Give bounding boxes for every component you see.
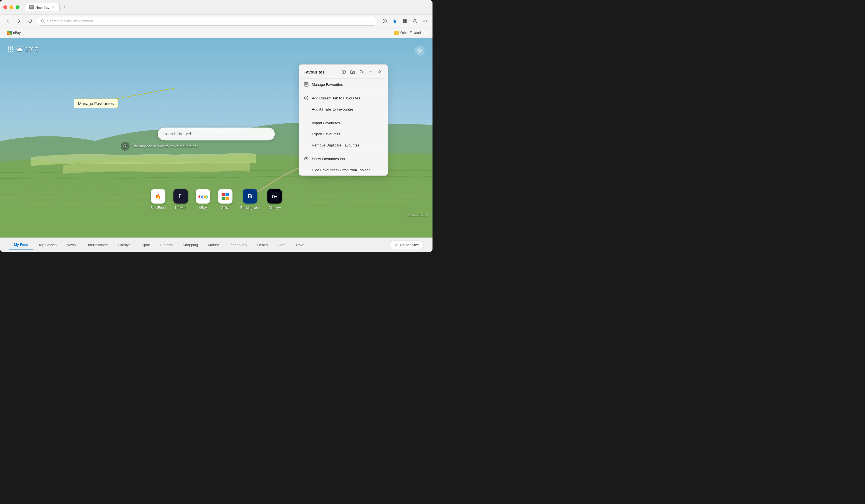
lifewire-icon: L	[173, 189, 188, 203]
search-input[interactable]	[158, 128, 275, 140]
tab-top-stories[interactable]: Top Stories	[33, 241, 61, 249]
tab-bar: New Tab × +	[25, 3, 429, 11]
svg-marker-9	[393, 19, 396, 23]
import-label: Import Favourites	[312, 121, 340, 125]
favourites-bar: eBay Other Favourites	[0, 28, 432, 38]
quick-link-lifewire[interactable]: L Lifewire	[173, 189, 188, 210]
weather-temp: 10°C	[25, 46, 39, 53]
profile-button[interactable]	[410, 17, 419, 26]
favourites-button[interactable]	[390, 17, 399, 26]
personalize-button[interactable]: Personalize	[390, 241, 424, 249]
svg-point-23	[125, 145, 126, 147]
address-bar[interactable]: Search or enter web address	[37, 17, 378, 26]
manage-icon	[303, 82, 309, 87]
toolbar: Search or enter web address	[0, 14, 432, 28]
close-button[interactable]	[3, 5, 7, 9]
forward-button[interactable]	[14, 17, 23, 26]
svg-rect-10	[403, 19, 405, 21]
tab-money[interactable]: Money	[203, 241, 224, 249]
quick-link-disney[interactable]: D+ Disney+	[267, 189, 282, 210]
lifewire-label: Lifewire	[175, 206, 186, 210]
menu-manage-favourites[interactable]: Manage Favourites	[299, 79, 388, 90]
tab-technology[interactable]: Technology	[224, 241, 252, 249]
new-tab-button[interactable]: +	[61, 3, 69, 11]
panel-add-btn[interactable]	[340, 68, 347, 76]
menu-add-all[interactable]: Add All Tabs to Favourites	[299, 104, 388, 115]
section-divider-1	[299, 91, 388, 91]
collections-button[interactable]	[400, 17, 409, 26]
tab-close-button[interactable]: ×	[51, 5, 56, 10]
menu-export[interactable]: Export Favourites	[299, 128, 388, 140]
add-all-icon	[303, 106, 309, 112]
panel-pin-btn[interactable]	[376, 68, 383, 76]
section-divider-3	[299, 152, 388, 152]
tab-entertainment[interactable]: Entertainment	[81, 241, 113, 249]
svg-point-43	[371, 71, 372, 72]
show-bar-icon	[303, 156, 309, 162]
titlebar: New Tab × +	[0, 0, 432, 14]
minimize-button[interactable]	[10, 5, 13, 9]
tab-my-feed[interactable]: My Feed	[9, 240, 33, 249]
buzzfeed-label: BuzzFeed	[150, 206, 165, 210]
menu-add-current[interactable]: Add Current Tab to Favourites	[299, 92, 388, 104]
svg-rect-30	[221, 197, 225, 200]
menu-hide-btn[interactable]: Hide Favourites Button from Toolbar	[299, 164, 388, 175]
add-favourites-button[interactable]	[380, 17, 389, 26]
svg-point-17	[426, 21, 427, 22]
svg-point-53	[306, 158, 307, 160]
traffic-lights	[3, 5, 20, 9]
quote-widget: We may not be able to move mountains...	[121, 142, 199, 151]
tab-lifestyle[interactable]: Lifestyle	[113, 241, 137, 249]
add-all-label: Add All Tabs to Favourites	[312, 107, 354, 112]
apps-grid-icon[interactable]	[8, 47, 13, 52]
back-button[interactable]	[3, 17, 12, 26]
address-text: Search or enter web address	[47, 19, 94, 23]
add-current-icon	[303, 95, 309, 101]
svg-rect-1	[30, 6, 33, 7]
maximize-button[interactable]	[15, 5, 20, 9]
panel-more-btn[interactable]	[367, 68, 374, 76]
svg-rect-29	[226, 193, 229, 196]
tab-esports[interactable]: Esports	[155, 241, 177, 249]
fav-ebay[interactable]: eBay	[4, 30, 23, 36]
active-tab[interactable]: New Tab ×	[25, 3, 60, 11]
ebay-label: eBay	[199, 206, 207, 210]
tab-cars[interactable]: Cars	[273, 241, 290, 249]
quick-link-ebay[interactable]: eBay eBay	[196, 189, 210, 210]
svg-rect-13	[405, 21, 406, 23]
fav-ebay-label: eBay	[13, 31, 21, 35]
quick-link-office[interactable]: Office	[218, 189, 232, 210]
menu-show-bar[interactable]: Show Favourites Bar	[299, 153, 388, 164]
svg-point-41	[368, 71, 369, 72]
tab-sport[interactable]: Sport	[137, 241, 155, 249]
search-icon	[41, 19, 45, 23]
tab-health[interactable]: Health	[252, 241, 273, 249]
svg-point-15	[423, 21, 424, 22]
svg-line-40	[362, 73, 364, 74]
menu-remove-dup[interactable]: Remove Duplicate Favourites	[299, 140, 388, 151]
remove-dup-icon	[303, 142, 309, 148]
tab-shopping[interactable]: Shopping	[177, 241, 203, 249]
panel-search-btn[interactable]	[358, 68, 365, 76]
settings-button[interactable]	[415, 46, 425, 56]
export-label: Export Favourites	[312, 132, 340, 136]
bottom-tabs: My Feed Top Stories News Entertainment L…	[0, 237, 432, 252]
tab-news[interactable]: News	[61, 241, 81, 249]
quick-link-booking[interactable]: B Booking.com	[240, 189, 260, 210]
panel-folder-btn[interactable]	[349, 68, 356, 76]
disney-icon: D+	[267, 189, 282, 203]
quick-link-buzzfeed[interactable]: 🔥 BuzzFeed	[150, 189, 165, 210]
folder-icon	[394, 31, 399, 35]
weather-widget: 🌥 10°C	[8, 46, 39, 53]
manage-label: Manage Favourites	[312, 82, 343, 86]
more-button[interactable]	[420, 17, 429, 26]
tab-travel[interactable]: Travel	[290, 241, 310, 249]
other-favourites[interactable]: Other Favourites	[391, 30, 428, 36]
refresh-button[interactable]	[26, 17, 35, 26]
svg-rect-12	[403, 21, 405, 23]
tab-more-button[interactable]: ···	[310, 241, 320, 249]
photo-credit[interactable]: like this image?	[407, 213, 428, 217]
svg-rect-2	[30, 7, 32, 8]
menu-import[interactable]: Import Favourites	[299, 117, 388, 128]
svg-point-42	[370, 71, 371, 72]
